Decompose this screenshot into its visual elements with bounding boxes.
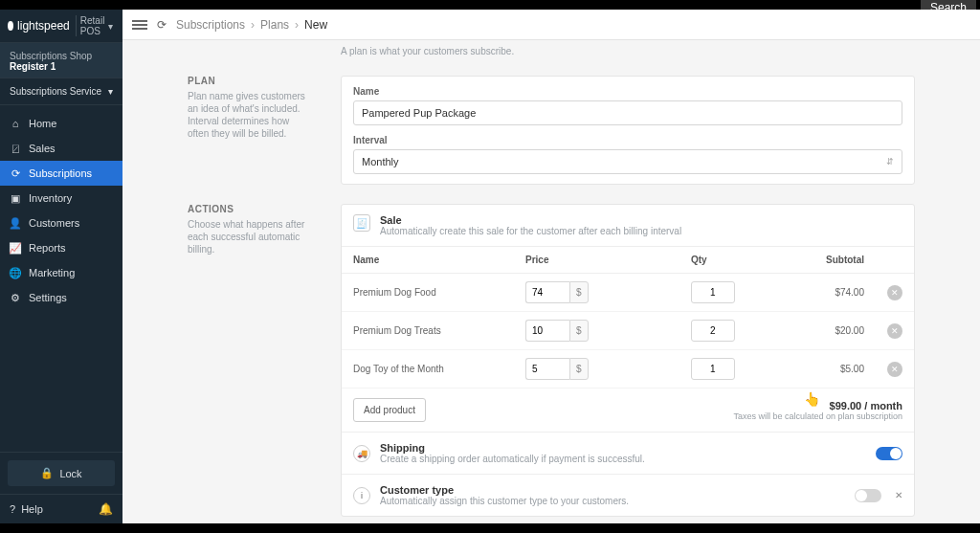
table-row: Premium Dog Food$$74.00✕ <box>342 274 914 312</box>
shop-name: Subscriptions Shop <box>10 51 113 61</box>
remove-row-icon[interactable]: ✕ <box>887 362 902 377</box>
sidebar: lightspeed Retail POS▾ Subscriptions Sho… <box>0 10 122 523</box>
subtotal-value: $74.00 <box>809 274 876 312</box>
box-icon: ▣ <box>10 192 21 204</box>
intro-text: A plan is what your customers subscribe. <box>341 46 915 56</box>
gear-icon: ⚙ <box>10 292 21 303</box>
price-input[interactable] <box>525 320 569 342</box>
home-icon: ⌂ <box>10 118 21 129</box>
shop-switcher[interactable]: Subscriptions Shop Register 1 <box>0 43 122 78</box>
sidebar-item-customers[interactable]: 👤Customers <box>0 211 122 235</box>
main-area: ⟳ Subscriptions › Plans › New A plan is … <box>122 10 980 523</box>
breadcrumb-sep: › <box>251 18 255 32</box>
brand-bar: lightspeed Retail POS▾ <box>0 10 122 43</box>
globe-icon: 🌐 <box>10 267 21 278</box>
breadcrumb: ⟳ Subscriptions › Plans › New <box>157 18 327 32</box>
sidebar-item-subscriptions[interactable]: ⟳Subscriptions <box>0 161 122 186</box>
window-top-bar <box>0 0 980 10</box>
tax-note: Taxes will be calculated on plan subscri… <box>733 411 902 421</box>
shipping-desc: Create a shipping order automatically if… <box>380 454 866 464</box>
sidebar-item-reports[interactable]: 📈Reports <box>0 235 122 260</box>
help-icon: ? <box>10 503 15 515</box>
sidebar-item-marketing[interactable]: 🌐Marketing <box>0 260 122 285</box>
qty-input[interactable] <box>691 358 735 380</box>
product-name: Premium Dog Treats <box>342 312 514 350</box>
price-input[interactable] <box>525 358 569 380</box>
interval-select[interactable]: Monthly ⇵ <box>353 149 902 174</box>
refresh-icon: ⟳ <box>157 18 170 32</box>
chevron-down-icon: ▾ <box>108 86 113 97</box>
breadcrumb-plans[interactable]: Plans <box>260 18 289 32</box>
breadcrumb-subscriptions[interactable]: Subscriptions <box>176 18 245 32</box>
menu-toggle-icon[interactable] <box>132 20 147 30</box>
plan-total: $99.00 / month <box>733 400 902 411</box>
qty-input[interactable] <box>691 281 735 303</box>
select-arrows-icon: ⇵ <box>886 157 894 167</box>
shipping-toggle[interactable] <box>876 447 902 460</box>
add-product-button[interactable]: Add product <box>353 398 426 422</box>
price-input[interactable] <box>525 281 569 303</box>
product-name: Dog Toy of the Month <box>342 350 514 389</box>
refresh-icon: ⟳ <box>10 167 21 179</box>
tag-icon: ⍁ <box>10 143 21 154</box>
truck-icon: 🚚 <box>353 445 370 462</box>
table-row: Dog Toy of the Month$$5.00✕ <box>342 350 914 389</box>
customer-type-clear-icon[interactable]: ✕ <box>895 490 902 500</box>
col-price: Price <box>514 247 679 274</box>
actions-help: Choose what happens after each successfu… <box>188 218 312 255</box>
chart-icon: 📈 <box>10 242 21 254</box>
qty-input[interactable] <box>691 320 735 342</box>
subtotal-value: $5.00 <box>809 350 876 389</box>
currency-label: $ <box>569 320 589 342</box>
remove-row-icon[interactable]: ✕ <box>887 285 902 300</box>
register-name: Register 1 <box>10 61 113 72</box>
name-label: Name <box>353 86 902 97</box>
sale-title: Sale <box>380 214 681 226</box>
interval-label: Interval <box>353 135 902 145</box>
receipt-icon: 🧾 <box>353 214 370 232</box>
product-name: Premium Dog Food <box>342 274 514 312</box>
window-bottom-bar <box>0 523 980 533</box>
breadcrumb-current: New <box>304 18 327 32</box>
service-switcher[interactable]: Subscriptions Service▾ <box>0 78 122 105</box>
plan-name-input[interactable] <box>353 100 902 125</box>
info-icon: i <box>353 487 370 504</box>
sale-desc: Automatically create this sale for the c… <box>380 226 681 236</box>
col-qty: Qty <box>679 247 809 274</box>
subtotal-value: $20.00 <box>809 312 876 350</box>
lock-button[interactable]: 🔒Lock <box>8 460 115 486</box>
customer-type-title: Customer type <box>380 484 845 496</box>
table-row: Premium Dog Treats$$20.00✕ <box>342 312 914 350</box>
sidebar-item-sales[interactable]: ⍁Sales <box>0 136 122 161</box>
remove-row-icon[interactable]: ✕ <box>887 323 902 339</box>
sidebar-item-inventory[interactable]: ▣Inventory <box>0 186 122 211</box>
plan-help: Plan name gives customers an idea of wha… <box>188 90 312 140</box>
sidebar-item-home[interactable]: ⌂Home <box>0 111 122 136</box>
col-name: Name <box>342 247 514 274</box>
lightspeed-logo-icon <box>8 21 13 31</box>
plan-heading: PLAN <box>188 76 312 86</box>
customer-type-desc: Automatically assign this customer type … <box>380 496 845 506</box>
currency-label: $ <box>569 281 589 303</box>
sidebar-item-settings[interactable]: ⚙Settings <box>0 285 122 310</box>
brand-name: lightspeed <box>17 19 70 33</box>
col-subtotal: Subtotal <box>809 247 876 274</box>
shipping-title: Shipping <box>380 442 866 454</box>
user-icon: 👤 <box>10 217 21 229</box>
topbar: ⟳ Subscriptions › Plans › New <box>122 10 980 40</box>
sidebar-nav: ⌂Home ⍁Sales ⟳Subscriptions ▣Inventory 👤… <box>0 105 122 452</box>
help-button[interactable]: ?Help <box>10 503 43 515</box>
breadcrumb-sep: › <box>295 18 299 32</box>
products-table: Name Price Qty Subtotal Premium Dog Food… <box>342 247 914 389</box>
currency-label: $ <box>569 358 589 380</box>
notifications-icon[interactable]: 🔔 <box>99 502 113 516</box>
customer-type-toggle[interactable] <box>855 489 881 502</box>
lock-icon: 🔒 <box>40 467 54 479</box>
actions-heading: ACTIONS <box>188 204 312 214</box>
brand-product[interactable]: Retail POS▾ <box>76 15 113 36</box>
